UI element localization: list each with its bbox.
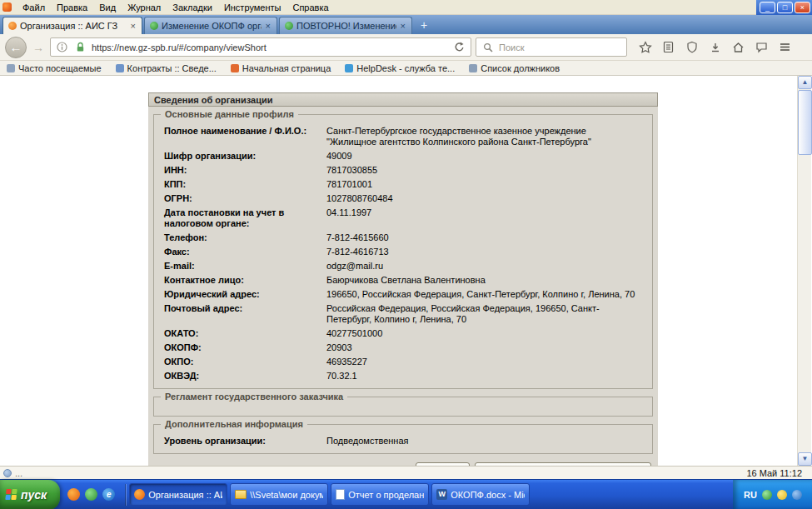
lock-icon	[73, 40, 87, 54]
home-icon[interactable]	[731, 40, 745, 54]
folder-icon	[7, 64, 15, 72]
bookmarks-toolbar: Часто посещаемые Контракты :: Сведе... Н…	[0, 61, 812, 76]
url-input[interactable]	[92, 42, 444, 52]
new-tab-button[interactable]: +	[414, 17, 434, 34]
status-left: ...	[3, 468, 22, 478]
folder-icon	[235, 490, 247, 499]
scroll-up-icon[interactable]: ▲	[798, 76, 812, 89]
menu-history[interactable]: Журнал	[122, 2, 167, 13]
menu-edit[interactable]: Правка	[51, 2, 93, 13]
field-label: ИНН:	[164, 165, 326, 176]
vertical-scrollbar[interactable]: ▲ ▼	[797, 76, 811, 466]
windows-logo-icon	[5, 489, 17, 500]
bookmark-contracts[interactable]: Контракты :: Сведе...	[116, 63, 217, 73]
bookmark-star-icon[interactable]	[638, 40, 652, 54]
search-input[interactable]	[499, 42, 622, 52]
tab-title: Изменение ОКОПФ органи...	[162, 21, 262, 31]
field-value: Подведомственная	[326, 436, 636, 447]
people-icon	[469, 64, 477, 72]
scrollbar-thumb[interactable]	[798, 90, 812, 155]
search-bar[interactable]	[476, 37, 627, 57]
forward-button[interactable]: →	[31, 39, 46, 56]
field-label: ОКВЭД:	[164, 371, 326, 382]
field-label: ОКАТО:	[164, 328, 326, 339]
table-row: Почтовый адрес: Российская Федерация, Ро…	[154, 302, 652, 327]
back-page-button[interactable]: Назад	[416, 462, 471, 466]
menu-view[interactable]: Вид	[93, 2, 122, 13]
form-actions: Назад Редактировать профиль заказчика	[155, 462, 651, 466]
network-tray-icon[interactable]	[792, 490, 802, 500]
close-button[interactable]: ×	[795, 2, 810, 13]
field-value: Российская Федерация, Российская Федерац…	[326, 303, 636, 325]
menu-help[interactable]: Справка	[286, 2, 334, 13]
field-value: 20903	[326, 342, 636, 353]
shield-icon[interactable]	[685, 40, 699, 54]
table-row: Контактное лицо: Баюрчикова Светлана Вал…	[154, 273, 652, 287]
tab-okopf-repeat[interactable]: ПОВТОРНО! Изменение ОКО... ×	[279, 17, 412, 34]
bookmark-debtors[interactable]: Список должников	[469, 63, 560, 73]
menu-tools[interactable]: Инструменты	[218, 2, 287, 13]
field-label: Контактное лицо:	[164, 275, 326, 286]
field-value: Баюрчикова Светлана Валентиновна	[326, 275, 636, 286]
start-button[interactable]: пуск	[0, 480, 60, 509]
menu-file[interactable]: Файл	[17, 2, 51, 13]
navigation-toolbar: ← →	[0, 34, 812, 61]
status-datetime: 16 Май 11:12	[746, 468, 802, 478]
bookmarks-menu-icon[interactable]	[661, 40, 675, 54]
tab-okopf-change[interactable]: Изменение ОКОПФ органи... ×	[144, 17, 277, 34]
tab-organization[interactable]: Организация :: АИС ГЗ ×	[2, 17, 142, 34]
reload-icon[interactable]	[452, 40, 466, 54]
table-row: Полное наименование / Ф.И.О.: Санкт-Пете…	[154, 124, 652, 149]
address-bar[interactable]	[50, 37, 471, 57]
tab-title: Организация :: АИС ГЗ	[20, 21, 127, 31]
minimize-button[interactable]: _	[760, 2, 775, 13]
task-firefox[interactable]: Организация :: АИС ...	[129, 483, 227, 506]
task-word-okopf[interactable]: W ОКОПФ.docx - Micro...	[431, 483, 530, 506]
chat-icon[interactable]	[755, 40, 769, 54]
task-report-doc[interactable]: Отчет о проделанн...	[331, 483, 429, 506]
field-value: 40277501000	[326, 328, 636, 339]
bookmark-label: HelpDesk - служба те...	[356, 63, 455, 73]
menu-icon[interactable]	[778, 40, 792, 54]
table-row: ИНН: 7817030855	[154, 163, 652, 177]
notification-tray-icon[interactable]	[777, 490, 787, 500]
firefox-start-icon	[231, 64, 239, 72]
field-label: ОГРН:	[164, 193, 326, 204]
language-indicator[interactable]: RU	[744, 490, 757, 500]
edit-profile-button[interactable]: Редактировать профиль заказчика	[475, 462, 651, 466]
firefox-window: Файл Правка Вид Журнал Закладки Инструме…	[0, 0, 812, 509]
downloads-icon[interactable]	[708, 40, 722, 54]
maximize-button[interactable]: □	[777, 2, 793, 13]
field-label: Телефон:	[164, 232, 326, 243]
antivirus-tray-icon[interactable]	[762, 490, 772, 500]
firefox-icon	[134, 489, 145, 500]
document-icon	[336, 489, 345, 500]
bookmark-start-page[interactable]: Начальная страница	[231, 63, 331, 73]
tab-close-icon[interactable]: ×	[400, 21, 406, 31]
tab-close-icon[interactable]: ×	[130, 21, 137, 31]
section-main-profile: Основные данные профиля Полное наименова…	[153, 114, 653, 389]
menu-bookmarks[interactable]: Закладки	[167, 2, 218, 13]
back-button[interactable]: ←	[5, 37, 27, 58]
task-explorer-folder[interactable]: \\Sveta\мои докумен...	[230, 483, 328, 506]
bookmark-most-visited[interactable]: Часто посещаемые	[7, 63, 102, 73]
field-value: 781701001	[326, 179, 636, 190]
firefox-quicklaunch-icon[interactable]	[67, 488, 80, 501]
windows-taskbar: пуск e Организация :: АИС ... \\Sveta\мо…	[0, 479, 812, 509]
site-info-icon[interactable]	[55, 40, 69, 54]
table-row: Дата постановки на учет в налоговом орга…	[154, 206, 652, 231]
bookmark-helpdesk[interactable]: HelpDesk - служба те...	[345, 63, 455, 73]
site-favicon	[8, 22, 17, 30]
tab-close-icon[interactable]: ×	[265, 21, 271, 31]
scroll-down-icon[interactable]: ▼	[798, 452, 812, 466]
task-label: ОКОПФ.docx - Micro...	[451, 490, 525, 500]
field-value: 49009	[326, 151, 636, 162]
field-label: КПП:	[164, 179, 326, 190]
table-row: Уровень организации: Подведомственная	[154, 434, 652, 448]
app-quicklaunch-icon[interactable]	[85, 488, 97, 501]
ie-quicklaunch-icon[interactable]: e	[102, 488, 115, 501]
table-row: КПП: 781701001	[154, 177, 652, 192]
table-row: Юридический адрес: 196650, Российская Фе…	[154, 287, 652, 302]
field-value: 70.32.1	[326, 371, 636, 382]
field-value: 04.11.1997	[326, 207, 636, 229]
